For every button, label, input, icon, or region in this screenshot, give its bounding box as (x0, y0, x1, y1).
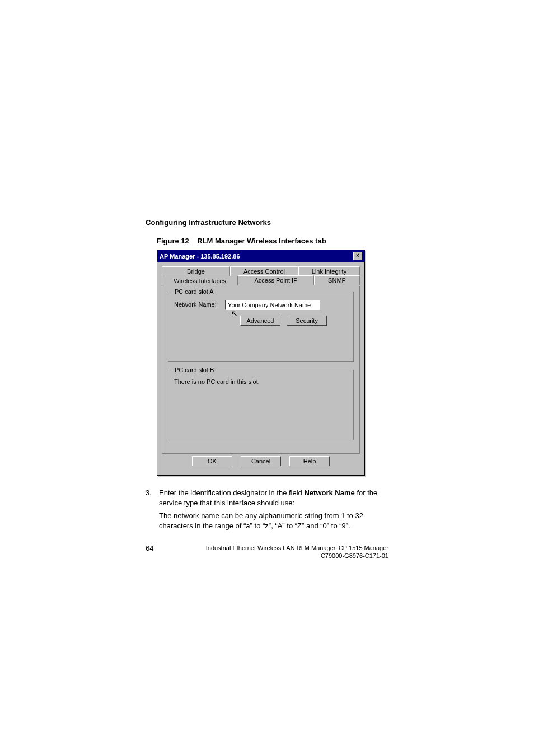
step-text-pre: Enter the identification designator in t… (159, 489, 304, 497)
figure-caption: Figure 12 RLM Manager Wireless Interface… (146, 237, 388, 245)
paragraph-note: The network name can be any alphanumeric… (146, 511, 388, 530)
figure-label: Figure 12 (157, 237, 189, 245)
ok-button[interactable]: OK (192, 456, 232, 466)
help-button[interactable]: Help (289, 456, 330, 466)
footer-line1: Industrial Ethernet Wireless LAN RLM Man… (168, 544, 388, 552)
page-number: 64 (146, 544, 168, 560)
step-text: Enter the identification designator in t… (159, 488, 388, 508)
screenshot-dialog: AP Manager - 135.85.192.86 × Bridge Acce… (157, 250, 364, 476)
tab-access-point-ip[interactable]: Access Point IP (238, 275, 314, 285)
tab-wireless-interfaces[interactable]: Wireless Interfaces (162, 276, 238, 285)
step-3: 3. Enter the identification designator i… (146, 488, 388, 508)
dialog-titlebar: AP Manager - 135.85.192.86 × (157, 250, 364, 262)
network-name-label: Network Name: (174, 301, 217, 308)
close-icon[interactable]: × (353, 252, 362, 260)
cancel-button[interactable]: Cancel (241, 456, 281, 466)
figure-title: RLM Manager Wireless Interfaces tab (197, 237, 326, 245)
tab-snmp[interactable]: SNMP (314, 275, 360, 285)
tab-access-control[interactable]: Access Control (230, 266, 298, 276)
dialog-title: AP Manager - 135.85.192.86 (160, 253, 240, 260)
page-footer: 64 Industrial Ethernet Wireless LAN RLM … (146, 544, 388, 560)
tab-panel: Network Name: Your Company Network Name … (162, 286, 360, 454)
tab-bridge[interactable]: Bridge (162, 266, 230, 276)
security-button[interactable]: Security (287, 316, 327, 326)
network-name-input[interactable]: Your Company Network Name (225, 300, 320, 310)
groupbox-slot-a: Network Name: Your Company Network Name … (168, 292, 354, 362)
step-text-bold: Network Name (304, 489, 354, 497)
footer-line2: C79000-G8976-C171-01 (168, 552, 388, 560)
slot-b-message: There is no PC card in this slot. (174, 378, 348, 385)
section-header: Configuring Infrastructure Networks (146, 218, 388, 227)
advanced-button[interactable]: Advanced (240, 316, 280, 326)
groupbox-slot-b: There is no PC card in this slot. (168, 370, 354, 440)
step-number: 3. (146, 488, 159, 508)
tab-link-integrity[interactable]: Link Integrity (298, 266, 360, 276)
